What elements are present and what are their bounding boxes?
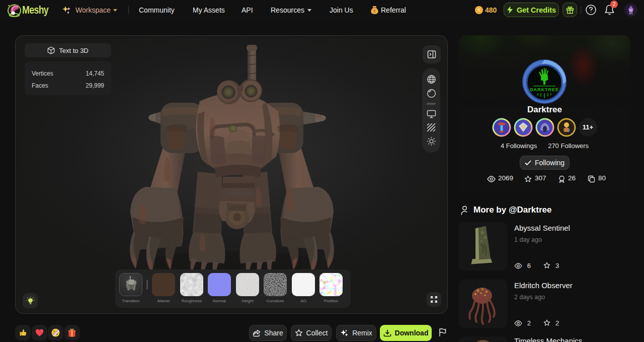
svg-text:DARKTREE: DARKTREE (530, 87, 559, 92)
